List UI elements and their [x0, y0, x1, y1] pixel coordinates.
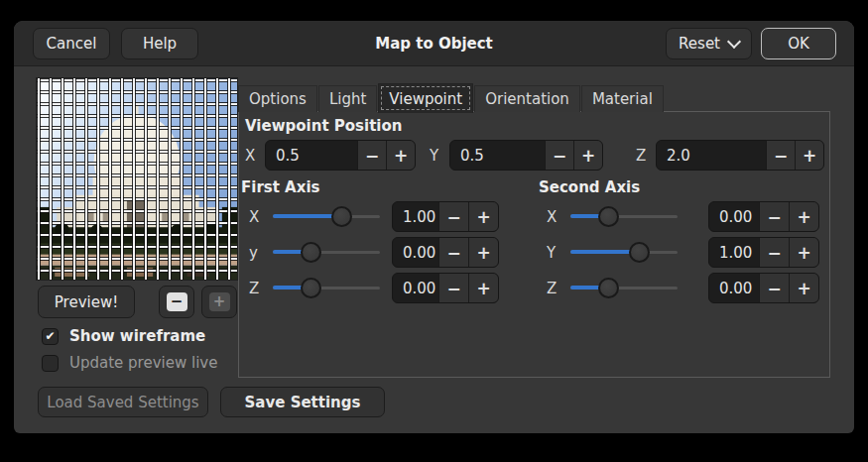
vp-x-minus-button[interactable]: −: [357, 141, 386, 170]
second-axis-z-input[interactable]: [709, 274, 759, 302]
first-axis-y-plus-button[interactable]: +: [468, 238, 498, 267]
second-axis-z-label: Z: [543, 280, 568, 297]
first-axis-x-slider[interactable]: [271, 201, 382, 232]
first-axis-x-row: X − +: [245, 201, 499, 232]
slider-thumb[interactable]: [598, 206, 619, 227]
vp-y-spin-group: − +: [449, 140, 603, 171]
viewpoint-position-title: Viewpoint Position: [245, 117, 402, 135]
first-axis-z-spin-group: − +: [392, 273, 499, 303]
ok-button[interactable]: OK: [761, 28, 836, 59]
vp-z-input[interactable]: [657, 141, 766, 170]
tab-bar: Options Light Viewpoint Orientation Mate…: [238, 83, 665, 112]
slider-thumb[interactable]: [301, 278, 321, 298]
vp-z-block: Z − +: [636, 140, 824, 171]
viewpoint-position-row: X − + Y − + Z − +: [245, 140, 824, 171]
first-axis-x-minus-button[interactable]: −: [438, 202, 468, 231]
plus-icon: +: [209, 292, 230, 311]
show-wireframe-label: Show wireframe: [69, 327, 205, 345]
slider-thumb[interactable]: [331, 206, 352, 227]
minus-icon: −: [167, 292, 187, 311]
load-saved-settings-button[interactable]: Load Saved Settings: [38, 387, 208, 417]
second-axis-z-row: Z − +: [543, 273, 819, 303]
vp-x-label: X: [245, 147, 257, 165]
second-axis-rows: X − + Y − +: [543, 201, 819, 303]
vp-z-plus-button[interactable]: +: [795, 141, 823, 170]
second-axis-z-plus-button[interactable]: +: [789, 274, 818, 302]
second-axis-y-spin-group: − +: [708, 237, 819, 268]
second-axis-x-plus-button[interactable]: +: [789, 202, 818, 231]
second-axis-x-slider[interactable]: [568, 201, 680, 232]
vp-y-input[interactable]: [450, 141, 545, 170]
preview-area[interactable]: [36, 77, 238, 281]
second-axis-x-minus-button[interactable]: −: [759, 202, 789, 231]
first-axis-y-row: y − +: [245, 237, 499, 268]
vp-y-plus-button[interactable]: +: [573, 141, 602, 170]
tab-material[interactable]: Material: [581, 85, 664, 112]
vp-y-label: Y: [430, 147, 441, 165]
first-axis-z-minus-button[interactable]: −: [438, 274, 468, 302]
second-axis-title: Second Axis: [539, 178, 640, 196]
preview-button[interactable]: Preview!: [38, 286, 135, 318]
update-preview-live-checkbox[interactable]: ✔: [42, 355, 59, 372]
slider-thumb[interactable]: [629, 242, 650, 263]
titlebar: Map to Object Cancel Help Reset OK: [14, 21, 854, 66]
tab-viewpoint[interactable]: Viewpoint: [378, 83, 473, 113]
vp-y-minus-button[interactable]: −: [545, 141, 573, 170]
first-axis-y-slider[interactable]: [271, 237, 382, 268]
reset-button[interactable]: Reset: [666, 28, 752, 59]
second-axis-x-spin-group: − +: [708, 201, 819, 232]
update-preview-live-label: Update preview live: [69, 354, 217, 372]
first-axis-z-label: Z: [245, 280, 271, 297]
first-axis-x-spin-group: − +: [392, 201, 499, 232]
cancel-button[interactable]: Cancel: [33, 28, 110, 59]
first-axis-y-minus-button[interactable]: −: [438, 238, 468, 267]
chevron-down-icon: [727, 34, 741, 48]
first-axis-y-label: y: [245, 244, 271, 262]
first-axis-y-input[interactable]: [393, 238, 438, 267]
first-axis-x-label: X: [245, 208, 271, 226]
tab-orientation[interactable]: Orientation: [474, 85, 580, 112]
vp-x-plus-button[interactable]: +: [386, 141, 415, 170]
second-axis-z-slider[interactable]: [568, 273, 680, 303]
zoom-in-button[interactable]: +: [201, 286, 237, 318]
vp-x-input[interactable]: [266, 141, 357, 170]
second-axis-x-label: X: [543, 208, 568, 226]
first-axis-y-spin-group: − +: [392, 237, 499, 268]
second-axis-y-row: Y − +: [543, 237, 819, 268]
tab-light[interactable]: Light: [318, 85, 377, 112]
slider-thumb[interactable]: [301, 242, 321, 263]
map-to-object-dialog: Map to Object Cancel Help Reset OK: [14, 21, 854, 433]
tab-options[interactable]: Options: [238, 85, 317, 112]
vp-z-label: Z: [636, 147, 648, 165]
second-axis-x-row: X − +: [543, 201, 819, 232]
first-axis-title: First Axis: [241, 178, 319, 196]
save-settings-button[interactable]: Save Settings: [220, 387, 385, 417]
show-wireframe-checkbox[interactable]: ✔: [42, 328, 59, 345]
vp-z-spin-group: − +: [656, 140, 824, 171]
show-wireframe-row: ✔ Show wireframe: [42, 327, 205, 345]
update-preview-live-row: ✔ Update preview live: [42, 354, 217, 372]
second-axis-y-slider[interactable]: [568, 237, 680, 268]
second-axis-y-label: Y: [543, 244, 568, 262]
first-axis-rows: X − + y − +: [245, 201, 499, 303]
first-axis-z-slider[interactable]: [271, 273, 382, 303]
vp-x-spin-group: − +: [265, 140, 416, 171]
help-button[interactable]: Help: [121, 28, 198, 59]
second-axis-x-input[interactable]: [709, 202, 759, 231]
reset-button-label: Reset: [679, 35, 720, 53]
second-axis-z-minus-button[interactable]: −: [759, 274, 789, 302]
second-axis-y-minus-button[interactable]: −: [759, 238, 789, 267]
second-axis-y-plus-button[interactable]: +: [789, 238, 818, 267]
second-axis-z-spin-group: − +: [708, 273, 819, 303]
first-axis-x-input[interactable]: [393, 202, 438, 231]
slider-thumb[interactable]: [598, 278, 619, 298]
first-axis-z-row: Z − +: [245, 273, 499, 303]
first-axis-z-plus-button[interactable]: +: [468, 274, 498, 302]
wireframe-grid: [37, 78, 237, 280]
vp-z-minus-button[interactable]: −: [766, 141, 795, 170]
zoom-out-button[interactable]: −: [159, 286, 194, 318]
first-axis-z-input[interactable]: [393, 274, 438, 302]
second-axis-y-input[interactable]: [709, 238, 759, 267]
first-axis-x-plus-button[interactable]: +: [468, 202, 498, 231]
